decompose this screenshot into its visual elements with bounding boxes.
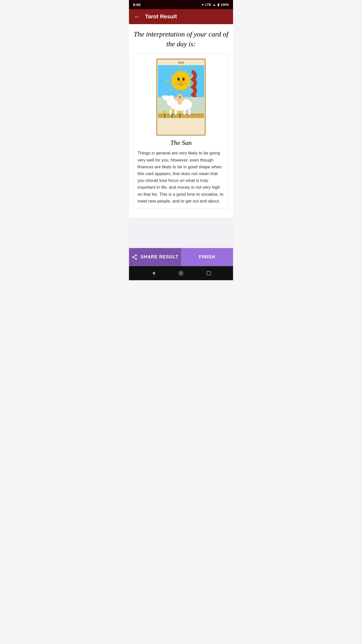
nav-bar [129,266,233,280]
home-nav-icon[interactable] [178,270,184,276]
svg-point-57 [180,272,182,274]
svg-point-51 [132,256,134,258]
status-icons: ▾ LTE ▲ ▮ 100% [202,3,229,7]
svg-line-54 [134,256,135,257]
svg-point-15 [178,78,179,80]
svg-point-17 [175,82,178,84]
svg-text:XIX: XIX [178,61,184,64]
card-container: XIX [133,54,229,209]
back-nav-icon[interactable] [150,270,156,276]
finish-button-label: FINISH [199,254,215,260]
share-icon [131,254,138,260]
svg-rect-58 [207,271,211,275]
interpretation-heading: The interpretation of your card of the d… [133,29,229,49]
card-description: Things in general are very likely to be … [138,150,224,205]
svg-point-47 [178,96,179,97]
svg-point-16 [183,78,184,80]
svg-point-38 [162,95,166,98]
svg-point-18 [184,82,187,84]
svg-line-53 [134,257,135,258]
svg-rect-42 [189,109,191,115]
card-name: The Sun [170,139,192,147]
svg-point-50 [135,255,137,256]
bottom-buttons: SHARE RESULT FINISH [129,248,233,266]
tarot-card-image: XIX [156,58,206,136]
status-time: 9:00 [133,3,141,7]
recent-nav-icon[interactable] [206,270,212,276]
svg-rect-49 [158,118,204,124]
signal-icon: ▲ [213,3,216,7]
share-result-button[interactable]: SHARE RESULT [129,248,181,266]
svg-point-52 [135,258,137,260]
svg-marker-55 [152,271,155,275]
finish-button[interactable]: FINISH [181,248,233,266]
share-button-label: SHARE RESULT [141,254,178,260]
svg-point-29 [163,110,166,114]
svg-rect-41 [184,108,186,115]
svg-rect-40 [175,109,177,115]
battery-percent: 100% [221,3,229,7]
svg-point-48 [180,96,181,97]
lte-label: LTE [205,3,211,7]
header: ← Tarot Result [129,9,233,24]
svg-point-44 [177,98,182,105]
status-bar: 9:00 ▾ LTE ▲ ▮ 100% [129,0,233,9]
main-content: The interpretation of your card of the d… [129,24,233,218]
battery-icon: ▮ [217,3,219,7]
back-button[interactable]: ← [133,12,141,21]
back-arrow-icon: ← [134,13,140,20]
wifi-icon: ▾ [202,3,204,7]
page-title: Tarot Result [145,13,177,20]
svg-rect-39 [170,108,172,115]
content-spacer [129,218,233,248]
